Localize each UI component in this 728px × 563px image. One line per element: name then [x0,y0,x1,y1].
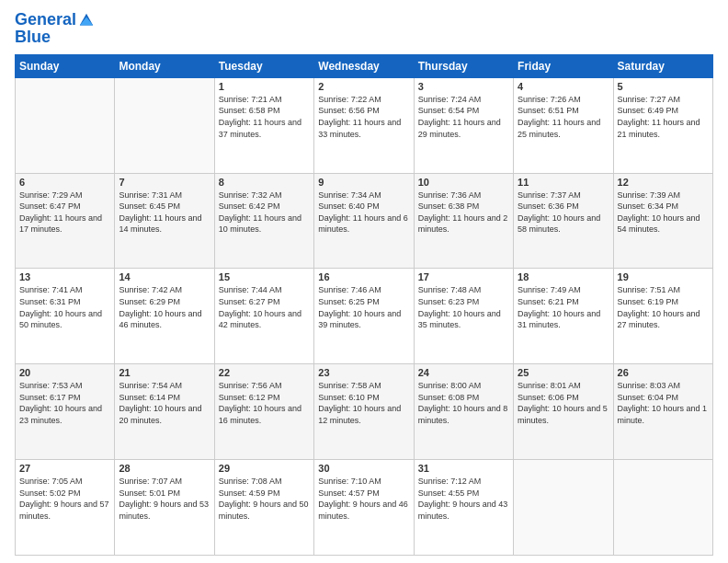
calendar-week-row: 13Sunrise: 7:41 AM Sunset: 6:31 PM Dayli… [16,269,713,364]
cell-content: Sunrise: 7:22 AM Sunset: 6:56 PM Dayligh… [318,94,409,140]
day-number: 28 [119,463,210,474]
cell-content: Sunrise: 7:39 AM Sunset: 6:34 PM Dayligh… [618,190,709,236]
cell-content: Sunrise: 8:01 AM Sunset: 6:06 PM Dayligh… [518,380,609,426]
logo: General Blue [15,11,95,47]
day-number: 19 [618,271,709,282]
weekday-header: Saturday [613,54,712,77]
cell-content: Sunrise: 7:41 AM Sunset: 6:31 PM Dayligh… [19,284,110,330]
calendar-cell: 19Sunrise: 7:51 AM Sunset: 6:19 PM Dayli… [613,269,712,364]
calendar-cell [514,460,613,556]
calendar-cell: 18Sunrise: 7:49 AM Sunset: 6:21 PM Dayli… [514,269,613,364]
calendar-cell: 22Sunrise: 7:56 AM Sunset: 6:12 PM Dayli… [214,364,313,460]
weekday-header: Monday [115,54,214,77]
weekday-header: Tuesday [214,54,313,77]
day-number: 6 [19,177,110,188]
day-number: 24 [418,367,509,378]
calendar-cell [16,77,115,173]
logo-blue: Blue [15,28,95,47]
cell-content: Sunrise: 8:03 AM Sunset: 6:04 PM Dayligh… [618,380,709,426]
weekday-header: Friday [514,54,613,77]
cell-content: Sunrise: 7:12 AM Sunset: 4:55 PM Dayligh… [418,476,509,522]
cell-content: Sunrise: 7:37 AM Sunset: 6:36 PM Dayligh… [518,190,609,236]
day-number: 7 [119,177,210,188]
logo-text: General [15,11,76,29]
day-number: 1 [219,81,310,92]
cell-content: Sunrise: 7:32 AM Sunset: 6:42 PM Dayligh… [219,190,310,236]
header: General Blue [15,11,713,47]
cell-content: Sunrise: 7:44 AM Sunset: 6:27 PM Dayligh… [219,284,310,330]
page: General Blue SundayMondayTuesdayWednesda… [0,0,728,563]
calendar-cell: 29Sunrise: 7:08 AM Sunset: 4:59 PM Dayli… [214,460,313,556]
cell-content: Sunrise: 7:34 AM Sunset: 6:40 PM Dayligh… [318,190,409,236]
cell-content: Sunrise: 7:49 AM Sunset: 6:21 PM Dayligh… [518,284,609,330]
day-number: 11 [518,177,609,188]
day-number: 2 [318,81,409,92]
day-number: 20 [19,367,110,378]
cell-content: Sunrise: 7:56 AM Sunset: 6:12 PM Dayligh… [219,380,310,426]
day-number: 14 [119,271,210,282]
calendar-cell: 5Sunrise: 7:27 AM Sunset: 6:49 PM Daylig… [613,77,712,173]
day-number: 9 [318,177,409,188]
calendar-cell: 2Sunrise: 7:22 AM Sunset: 6:56 PM Daylig… [314,77,414,173]
day-number: 10 [418,177,509,188]
calendar-cell: 24Sunrise: 8:00 AM Sunset: 6:08 PM Dayli… [414,364,513,460]
calendar-cell: 9Sunrise: 7:34 AM Sunset: 6:40 PM Daylig… [314,173,414,269]
svg-marker-1 [80,17,93,25]
calendar-cell: 11Sunrise: 7:37 AM Sunset: 6:36 PM Dayli… [514,173,613,269]
calendar-cell: 10Sunrise: 7:36 AM Sunset: 6:38 PM Dayli… [414,173,513,269]
day-number: 26 [618,367,709,378]
day-number: 15 [219,271,310,282]
day-number: 8 [219,177,310,188]
day-number: 30 [318,463,409,474]
cell-content: Sunrise: 7:31 AM Sunset: 6:45 PM Dayligh… [119,190,210,236]
cell-content: Sunrise: 7:42 AM Sunset: 6:29 PM Dayligh… [119,284,210,330]
calendar-cell: 28Sunrise: 7:07 AM Sunset: 5:01 PM Dayli… [115,460,214,556]
calendar-cell: 13Sunrise: 7:41 AM Sunset: 6:31 PM Dayli… [16,269,115,364]
calendar-cell: 14Sunrise: 7:42 AM Sunset: 6:29 PM Dayli… [115,269,214,364]
day-number: 4 [518,81,609,92]
day-number: 16 [318,271,409,282]
cell-content: Sunrise: 7:54 AM Sunset: 6:14 PM Dayligh… [119,380,210,426]
calendar-cell: 23Sunrise: 7:58 AM Sunset: 6:10 PM Dayli… [314,364,414,460]
day-number: 3 [418,81,509,92]
weekday-header: Thursday [414,54,513,77]
day-number: 12 [618,177,709,188]
cell-content: Sunrise: 7:21 AM Sunset: 6:58 PM Dayligh… [219,94,310,140]
calendar-cell: 25Sunrise: 8:01 AM Sunset: 6:06 PM Dayli… [514,364,613,460]
cell-content: Sunrise: 7:29 AM Sunset: 6:47 PM Dayligh… [19,190,110,236]
calendar-cell: 31Sunrise: 7:12 AM Sunset: 4:55 PM Dayli… [414,460,513,556]
calendar-header-row: SundayMondayTuesdayWednesdayThursdayFrid… [16,54,713,77]
day-number: 31 [418,463,509,474]
calendar-week-row: 20Sunrise: 7:53 AM Sunset: 6:17 PM Dayli… [16,364,713,460]
calendar-cell: 12Sunrise: 7:39 AM Sunset: 6:34 PM Dayli… [613,173,712,269]
calendar-cell: 16Sunrise: 7:46 AM Sunset: 6:25 PM Dayli… [314,269,414,364]
cell-content: Sunrise: 7:05 AM Sunset: 5:02 PM Dayligh… [19,476,110,522]
logo-icon [78,12,95,29]
calendar-cell [613,460,712,556]
calendar-cell: 6Sunrise: 7:29 AM Sunset: 6:47 PM Daylig… [16,173,115,269]
day-number: 27 [19,463,110,474]
calendar-cell: 26Sunrise: 8:03 AM Sunset: 6:04 PM Dayli… [613,364,712,460]
calendar-week-row: 6Sunrise: 7:29 AM Sunset: 6:47 PM Daylig… [16,173,713,269]
calendar-cell: 3Sunrise: 7:24 AM Sunset: 6:54 PM Daylig… [414,77,513,173]
cell-content: Sunrise: 7:08 AM Sunset: 4:59 PM Dayligh… [219,476,310,522]
calendar-cell: 4Sunrise: 7:26 AM Sunset: 6:51 PM Daylig… [514,77,613,173]
cell-content: Sunrise: 7:07 AM Sunset: 5:01 PM Dayligh… [119,476,210,522]
cell-content: Sunrise: 7:53 AM Sunset: 6:17 PM Dayligh… [19,380,110,426]
cell-content: Sunrise: 7:36 AM Sunset: 6:38 PM Dayligh… [418,190,509,236]
calendar-table: SundayMondayTuesdayWednesdayThursdayFrid… [15,54,713,556]
calendar-cell: 21Sunrise: 7:54 AM Sunset: 6:14 PM Dayli… [115,364,214,460]
calendar-week-row: 1Sunrise: 7:21 AM Sunset: 6:58 PM Daylig… [16,77,713,173]
day-number: 22 [219,367,310,378]
cell-content: Sunrise: 7:58 AM Sunset: 6:10 PM Dayligh… [318,380,409,426]
weekday-header: Wednesday [314,54,414,77]
cell-content: Sunrise: 7:46 AM Sunset: 6:25 PM Dayligh… [318,284,409,330]
day-number: 17 [418,271,509,282]
calendar-cell: 8Sunrise: 7:32 AM Sunset: 6:42 PM Daylig… [214,173,313,269]
cell-content: Sunrise: 7:27 AM Sunset: 6:49 PM Dayligh… [618,94,709,140]
day-number: 29 [219,463,310,474]
cell-content: Sunrise: 7:10 AM Sunset: 4:57 PM Dayligh… [318,476,409,522]
day-number: 18 [518,271,609,282]
cell-content: Sunrise: 7:51 AM Sunset: 6:19 PM Dayligh… [618,284,709,330]
day-number: 21 [119,367,210,378]
